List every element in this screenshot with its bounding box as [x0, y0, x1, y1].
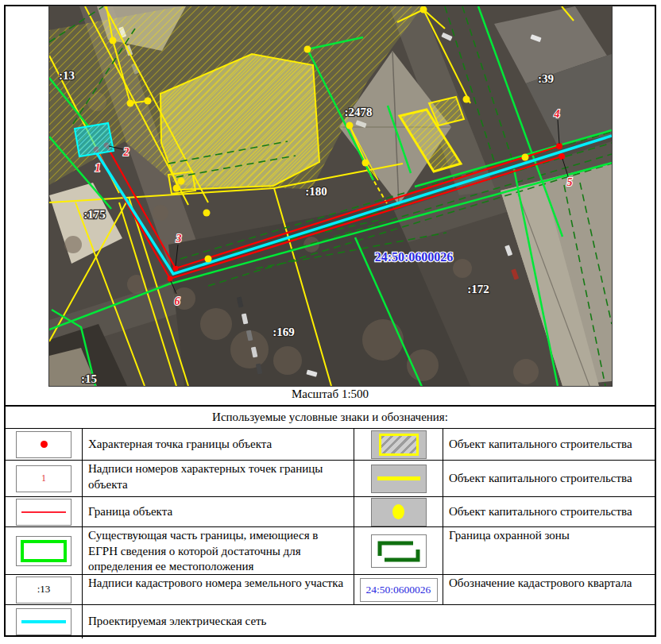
point-label-1: 1 — [95, 162, 101, 174]
legend-label-guard-zone: Граница охранной зоны — [443, 527, 655, 575]
parcel-label-15: :15 — [81, 372, 97, 385]
aerial-map: :13 :2478 :39 :180 :175 :172 :169 :15 24… — [49, 6, 612, 386]
legend-symbol-electric-network — [6, 605, 83, 638]
cyan-line-icon — [21, 620, 66, 623]
legend-symbol-cadastral-number: :13 — [6, 575, 83, 605]
legend-label-existing-boundary: Существующая часть границы, имеющиеся в … — [83, 527, 354, 575]
point-label-4: 4 — [554, 108, 560, 120]
red-dot-icon — [41, 441, 48, 448]
legend-label-capital-object-2: Объект капитального строительства — [443, 461, 655, 497]
legend-symbol-existing-boundary — [6, 527, 83, 575]
legend-title: Используемые условные знаки и обозначени… — [6, 407, 655, 429]
legend-label-capital-object-3: Объект капитального строительства — [443, 497, 655, 527]
red-line-icon — [21, 511, 66, 513]
yellow-dot-icon — [392, 504, 404, 519]
legend-label-electric-network: Проектируемая электрическая сеть — [83, 605, 655, 638]
yellow-hatched-rect-icon — [379, 434, 419, 456]
parcel-label-180: :180 — [305, 185, 327, 198]
legend-symbol-object-boundary — [6, 497, 83, 527]
legend-label-cadastral-number-text: Надписи кадастрового номера земельного у… — [88, 576, 343, 592]
legend-label-point-numbers-text: Надписи номеров характерных точек границ… — [88, 461, 350, 492]
parcel-label-2478: :2478 — [345, 106, 373, 118]
point-label-2: 2 — [123, 146, 129, 158]
quarter-number-label: 24:50:0600026 — [375, 250, 454, 264]
legend-symbol-quarter-number: 24:50:0600026 — [354, 575, 443, 605]
red-number-icon: 1 — [41, 472, 46, 485]
legend-symbol-capital-object-dot — [354, 497, 443, 527]
legend-table: Используемые условные знаки и обозначени… — [6, 405, 655, 638]
cadastral-plan-page: :13 :2478 :39 :180 :175 :172 :169 :15 24… — [0, 0, 661, 644]
point-label-3: 3 — [176, 233, 182, 245]
parcel-label-175: :175 — [83, 208, 106, 221]
legend-label-object-boundary: Граница объекта — [83, 497, 354, 527]
legend-symbol-boundary-point — [6, 429, 83, 461]
map-canvas: :13 :2478 :39 :180 :175 :172 :169 :15 24… — [49, 6, 612, 386]
quarter-number-icon: 24:50:0600026 — [360, 578, 438, 602]
legend-symbol-capital-object-line — [354, 461, 443, 497]
legend-label-quarter-number: Обозначение кадастрового квартала — [443, 575, 655, 605]
scale-caption: Масштаб 1:500 — [6, 388, 655, 405]
parcel-label-13: :13 — [59, 69, 75, 82]
parcel-label-169: :169 — [273, 326, 295, 338]
cadastral-number-icon: :13 — [37, 583, 51, 596]
legend-label-capital-object-1: Объект капитального строительства — [443, 429, 655, 461]
parcel-label-172: :172 — [467, 283, 489, 295]
green-rect-icon — [21, 540, 67, 562]
legend-label-existing-boundary-text: Существующая часть границы, имеющиеся в … — [88, 528, 350, 575]
legend-symbol-capital-object-hatched — [354, 429, 443, 461]
parcel-label-39: :39 — [538, 72, 554, 85]
point-label-6: 6 — [175, 295, 180, 307]
legend-label-boundary-point: Характерная точка границы объекта — [83, 429, 354, 461]
yellow-line-icon — [377, 476, 420, 480]
legend-symbol-point-numbers: 1 — [6, 461, 83, 497]
legend-label-point-numbers: Надписи номеров характерных точек границ… — [83, 461, 354, 497]
green-bracket-icon — [375, 538, 423, 564]
point-label-5: 5 — [567, 176, 573, 188]
legend-label-cadastral-number: Надписи кадастрового номера земельного у… — [83, 575, 354, 605]
legend-symbol-guard-zone — [354, 527, 443, 575]
